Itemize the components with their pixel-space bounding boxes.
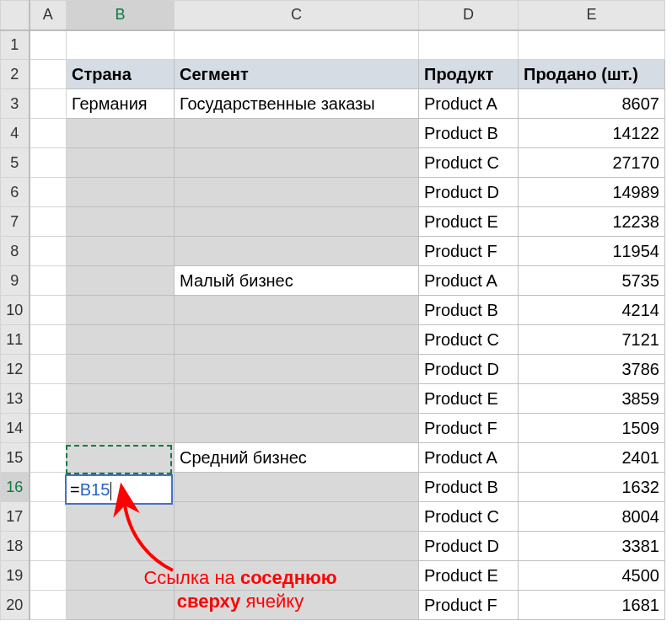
cell-E12[interactable]: 3786 — [519, 355, 665, 384]
cell-E16[interactable]: 1632 — [519, 473, 665, 502]
col-header-C[interactable]: C — [175, 1, 419, 30]
cell-E5[interactable]: 27170 — [519, 148, 665, 178]
cell-A5[interactable] — [30, 148, 67, 178]
cell-C8[interactable] — [175, 237, 419, 266]
cell-B11[interactable] — [67, 325, 175, 355]
row-header-12[interactable]: 12 — [1, 355, 30, 384]
cell-D2[interactable]: Продукт — [419, 60, 519, 89]
col-header-E[interactable]: E — [519, 1, 665, 30]
cell-E11[interactable]: 7121 — [519, 325, 665, 355]
cell-A13[interactable] — [30, 384, 67, 414]
row-header-11[interactable]: 11 — [1, 325, 30, 355]
cell-C11[interactable] — [175, 325, 419, 355]
cell-A17[interactable] — [30, 502, 67, 532]
cell-B6[interactable] — [67, 178, 175, 207]
cell-A18[interactable] — [30, 532, 67, 561]
cell-A9[interactable] — [30, 266, 67, 296]
cell-C6[interactable] — [175, 178, 419, 207]
cell-D18[interactable]: Product D — [419, 532, 519, 561]
cell-A20[interactable] — [30, 591, 67, 620]
cell-B9[interactable] — [67, 266, 175, 296]
cell-E14[interactable]: 1509 — [519, 414, 665, 443]
cell-A11[interactable] — [30, 325, 67, 355]
cell-A19[interactable] — [30, 561, 67, 591]
grid[interactable]: A B C D E 1 2 Страна Сегмент Продукт Про… — [0, 0, 665, 620]
cell-E4[interactable]: 14122 — [519, 119, 665, 148]
cell-A1[interactable] — [30, 30, 67, 60]
cell-B19[interactable] — [67, 561, 175, 591]
cell-D7[interactable]: Product E — [419, 207, 519, 237]
cell-D6[interactable]: Product D — [419, 178, 519, 207]
cell-E13[interactable]: 3859 — [519, 384, 665, 414]
cell-E8[interactable]: 11954 — [519, 237, 665, 266]
cell-A2[interactable] — [30, 60, 67, 89]
row-header-7[interactable]: 7 — [1, 207, 30, 237]
col-header-B[interactable]: B — [67, 1, 175, 30]
cell-D1[interactable] — [419, 30, 519, 60]
cell-C13[interactable] — [175, 384, 419, 414]
cell-C9[interactable]: Малый бизнес — [175, 266, 419, 296]
cell-E6[interactable]: 14989 — [519, 178, 665, 207]
cell-D3[interactable]: Product A — [419, 89, 519, 119]
cell-D9[interactable]: Product A — [419, 266, 519, 296]
cell-A3[interactable] — [30, 89, 67, 119]
cell-B17[interactable] — [67, 502, 175, 532]
cell-B7[interactable] — [67, 207, 175, 237]
cell-B14[interactable] — [67, 414, 175, 443]
cell-A10[interactable] — [30, 296, 67, 325]
cell-B5[interactable] — [67, 148, 175, 178]
select-all-corner[interactable] — [1, 1, 30, 30]
cell-D16[interactable]: Product B — [419, 473, 519, 502]
cell-A6[interactable] — [30, 178, 67, 207]
cell-D19[interactable]: Product E — [419, 561, 519, 591]
cell-C19[interactable] — [175, 561, 419, 591]
cell-B12[interactable] — [67, 355, 175, 384]
cell-B18[interactable] — [67, 532, 175, 561]
cell-C3[interactable]: Государственные заказы — [175, 89, 419, 119]
cell-A14[interactable] — [30, 414, 67, 443]
cell-A8[interactable] — [30, 237, 67, 266]
cell-D5[interactable]: Product C — [419, 148, 519, 178]
row-header-16[interactable]: 16 — [1, 473, 30, 502]
cell-E3[interactable]: 8607 — [519, 89, 665, 119]
row-header-4[interactable]: 4 — [1, 119, 30, 148]
cell-B8[interactable] — [67, 237, 175, 266]
cell-E1[interactable] — [519, 30, 665, 60]
row-header-19[interactable]: 19 — [1, 561, 30, 591]
cell-E19[interactable]: 4500 — [519, 561, 665, 591]
row-header-6[interactable]: 6 — [1, 178, 30, 207]
cell-D20[interactable]: Product F — [419, 591, 519, 620]
col-header-A[interactable]: A — [30, 1, 67, 30]
cell-A4[interactable] — [30, 119, 67, 148]
col-header-D[interactable]: D — [419, 1, 519, 30]
row-header-2[interactable]: 2 — [1, 60, 30, 89]
cell-B13[interactable] — [67, 384, 175, 414]
row-header-8[interactable]: 8 — [1, 237, 30, 266]
cell-C15[interactable]: Средний бизнес — [175, 443, 419, 473]
cell-C17[interactable] — [175, 502, 419, 532]
row-header-5[interactable]: 5 — [1, 148, 30, 178]
cell-C4[interactable] — [175, 119, 419, 148]
cell-D17[interactable]: Product C — [419, 502, 519, 532]
cell-A7[interactable] — [30, 207, 67, 237]
cell-D10[interactable]: Product B — [419, 296, 519, 325]
cell-C2[interactable]: Сегмент — [175, 60, 419, 89]
row-header-14[interactable]: 14 — [1, 414, 30, 443]
cell-D13[interactable]: Product E — [419, 384, 519, 414]
cell-C5[interactable] — [175, 148, 419, 178]
cell-B10[interactable] — [67, 296, 175, 325]
cell-C18[interactable] — [175, 532, 419, 561]
row-header-1[interactable]: 1 — [1, 30, 30, 60]
cell-B15[interactable] — [67, 443, 175, 473]
cell-D8[interactable]: Product F — [419, 237, 519, 266]
cell-B3[interactable]: Германия — [67, 89, 175, 119]
cell-C16[interactable] — [175, 473, 419, 502]
cell-C7[interactable] — [175, 207, 419, 237]
row-header-13[interactable]: 13 — [1, 384, 30, 414]
cell-editor[interactable]: =B15 — [65, 474, 173, 505]
cell-B4[interactable] — [67, 119, 175, 148]
cell-E15[interactable]: 2401 — [519, 443, 665, 473]
cell-B20[interactable] — [67, 591, 175, 620]
row-header-18[interactable]: 18 — [1, 532, 30, 561]
cell-C12[interactable] — [175, 355, 419, 384]
